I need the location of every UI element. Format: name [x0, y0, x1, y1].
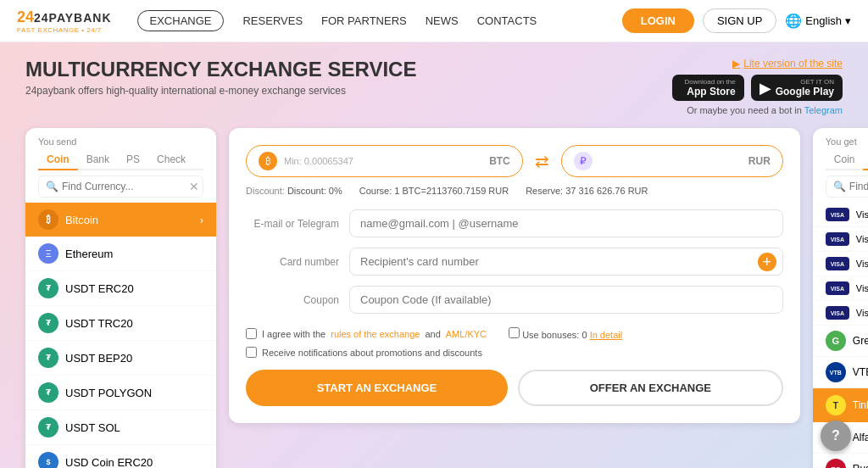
list-item[interactable]: VTB VTB	[813, 357, 868, 388]
from-amount-input[interactable]	[360, 155, 482, 168]
logo-highlight: 24	[17, 8, 34, 25]
hero-subtitle: 24paybank offers high-quality internatio…	[25, 85, 416, 97]
email-label: E-mail or Telegram	[246, 218, 339, 230]
list-item[interactable]: ₮ USDT SOL	[25, 410, 216, 445]
telegram-link[interactable]: Telegram	[804, 105, 843, 115]
help-button[interactable]: ?	[821, 421, 851, 451]
app-store-button[interactable]: Download on the App Store	[672, 75, 744, 101]
add-card-button[interactable]: +	[758, 253, 776, 271]
tab-bank-right[interactable]: Bank	[863, 150, 868, 170]
offer-exchange-button[interactable]: OFFER AN EXCHANGE	[518, 370, 783, 406]
left-search-input[interactable]	[62, 181, 189, 192]
in-detail-link[interactable]: In detail	[590, 330, 623, 340]
right-search-input[interactable]	[849, 181, 868, 192]
start-exchange-button[interactable]: START AN EXCHANGE	[246, 370, 508, 406]
list-item[interactable]: $ USD Coin ERC20	[25, 445, 216, 468]
left-currency-list: ₿ Bitcoin › Ξ Ethereum ₮ USDT ERC20 ₮ US…	[25, 203, 216, 468]
tab-coin-left[interactable]: Coin	[38, 150, 78, 170]
currency-name: Visa/MasterCard HUF	[856, 308, 868, 318]
exchange-info: Discount: Discount: 0% Course: 1 BTC=211…	[246, 186, 783, 196]
list-item[interactable]: ₮ USDT TRC20	[25, 306, 216, 341]
panels-row: You send Coin Bank PS Check 🔍 ✕ ₿ Bitcoi…	[25, 128, 843, 468]
coupon-input[interactable]	[349, 286, 783, 314]
list-item[interactable]: VISA Visa/MasterCard UZS	[813, 203, 868, 227]
list-item[interactable]: T Tinkoff ›	[813, 388, 868, 422]
tab-bank-left[interactable]: Bank	[78, 150, 118, 169]
clear-search-icon[interactable]: ✕	[189, 180, 199, 193]
list-item[interactable]: VISA Visa/MasterCard NOK	[813, 276, 868, 301]
tinkoff-icon: T	[826, 395, 846, 415]
exchange-input-row: ₿ Min: 0.00065347 BTC ⇄ ₽ 0.00 RUR	[246, 145, 783, 177]
card-input[interactable]	[349, 248, 783, 276]
list-item[interactable]: Ξ Ethereum	[25, 237, 216, 271]
hero-title: MULTICURRENCY EXCHANGE SERVICE	[25, 58, 416, 81]
nav-partners[interactable]: FOR PARTNERS	[321, 14, 407, 27]
visa-icon: VISA	[826, 306, 849, 320]
bonuses-checkbox[interactable]	[509, 327, 520, 338]
from-currency-label: BTC	[489, 155, 510, 167]
nav-contacts[interactable]: CONTACTS	[477, 14, 537, 27]
list-item[interactable]: RS Russian Standard	[813, 454, 868, 468]
swap-button[interactable]: ⇄	[531, 151, 553, 171]
currency-name: Russian Standard	[853, 463, 868, 468]
course-info: Course: 1 BTC=2113760.7159 RUR	[359, 186, 509, 196]
hero-section: MULTICURRENCY EXCHANGE SERVICE 24paybank…	[25, 58, 843, 115]
bonuses-label: Use bonuses: 0	[522, 330, 590, 340]
usdt-icon: ₮	[38, 313, 58, 333]
google-play-button[interactable]: ▶ GET IT ON Google Play	[751, 75, 843, 101]
tab-coin-right[interactable]: Coin	[826, 150, 864, 169]
green-bank-icon: G	[826, 331, 846, 351]
nav-reserves[interactable]: RESERVES	[242, 14, 303, 27]
usdt-icon: ₮	[38, 348, 58, 368]
list-item[interactable]: ₮ USDT BEP20	[25, 341, 216, 376]
visa-icon: VISA	[826, 232, 849, 246]
rules-link[interactable]: rules of the exchange	[331, 329, 420, 339]
arrow-right-icon: ▶	[732, 58, 740, 70]
to-amount-input[interactable]: 0.00	[599, 155, 742, 168]
list-item[interactable]: ₮ USDT POLYGON	[25, 376, 216, 410]
currency-name: Alfa-Bank	[853, 432, 868, 443]
email-input[interactable]	[349, 209, 783, 237]
nav-exchange[interactable]: EXCHANGE	[137, 10, 225, 31]
login-button[interactable]: LOGIN	[622, 8, 694, 33]
signup-button[interactable]: SIGN UP	[703, 8, 776, 33]
telegram-note: Or maybe you need a bot in Telegram	[672, 105, 843, 115]
center-panel: ₿ Min: 0.00065347 BTC ⇄ ₽ 0.00 RUR Disco…	[229, 128, 800, 423]
right-panel-tabs: Coin Bank PS Check	[826, 150, 868, 170]
agree-checkbox[interactable]	[246, 328, 257, 339]
card-field-row: Card number +	[246, 248, 783, 276]
discount-info: Discount: Discount: 0%	[246, 186, 342, 196]
lite-version-link[interactable]: ▶ Lite version of the site	[672, 58, 843, 70]
currency-name: Visa/MasterCard NOK	[856, 283, 868, 293]
language-selector[interactable]: 🌐 English ▾	[785, 13, 851, 29]
left-panel-tabs: Coin Bank PS Check	[38, 150, 203, 170]
right-search-box: 🔍 ✕	[826, 176, 868, 198]
notifications-checkbox[interactable]	[246, 347, 257, 358]
notifications-label: Receive notifications about promotions a…	[262, 348, 482, 358]
right-panel: You get Coin Bank PS Check 🔍 ✕ VISA Visa	[813, 128, 868, 468]
usdt-icon: ₮	[38, 382, 58, 403]
usdt-icon: ₮	[38, 417, 58, 437]
nav-news[interactable]: NEWS	[426, 14, 459, 27]
tab-check-left[interactable]: Check	[148, 150, 194, 169]
list-item[interactable]: ₮ USDT ERC20	[25, 271, 216, 306]
logo: 2424PAYBANK FAST EXCHANGE • 24/7	[17, 8, 112, 34]
list-item[interactable]: VISA Visa/MasterCard HUF	[813, 301, 868, 326]
list-item[interactable]: VISA Visa/MasterCard CAD	[813, 227, 868, 252]
search-icon: 🔍	[46, 181, 58, 192]
store-buttons: Download on the App Store ▶ GET IT ON Go…	[672, 75, 843, 101]
email-field-row: E-mail or Telegram	[246, 209, 783, 237]
from-input-group: ₿ Min: 0.00065347 BTC	[246, 145, 523, 177]
list-item[interactable]: G Green bank	[813, 326, 868, 357]
btc-coin-icon: ₿	[259, 152, 277, 170]
list-item[interactable]: ₿ Bitcoin ›	[25, 203, 216, 237]
aml-link[interactable]: AML/KYC	[446, 329, 487, 339]
left-panel: You send Coin Bank PS Check 🔍 ✕ ₿ Bitcoi…	[25, 128, 216, 468]
min-label: Min: 0.00065347	[284, 156, 353, 166]
agree-checkbox-row: I agree with the rules of the exchange a…	[246, 327, 783, 340]
currency-name: Green bank	[853, 335, 868, 347]
visa-icon: VISA	[826, 281, 849, 295]
tab-ps-left[interactable]: PS	[118, 150, 148, 169]
eth-icon: Ξ	[38, 243, 58, 264]
list-item[interactable]: VISA Visa/MasterCard CZK	[813, 252, 868, 276]
